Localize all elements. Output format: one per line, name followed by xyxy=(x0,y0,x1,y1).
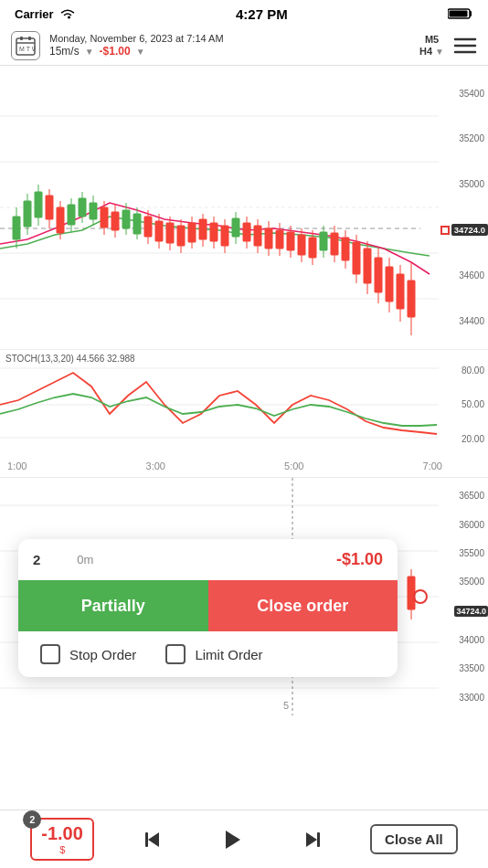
status-bar: Carrier 4:27 PM xyxy=(0,0,488,26)
stoch-level-20: 20.00 xyxy=(439,434,488,444)
svg-rect-39 xyxy=(155,221,163,241)
svg-rect-113 xyxy=(145,832,148,847)
toolbar: M T W Monday, November 6, 2023 at 7:14 A… xyxy=(0,26,488,66)
stoch-label: STOCH(13,3,20) 44.566 32.988 xyxy=(5,354,135,364)
price-badge: 34724.0 xyxy=(451,224,488,236)
stop-order-checkbox[interactable] xyxy=(40,644,60,664)
limit-order-checkbox[interactable] xyxy=(165,644,186,664)
panel-bottom: Stop Order Limit Order xyxy=(18,631,398,677)
toolbar-speed: 15m/s xyxy=(49,45,80,58)
svg-rect-13 xyxy=(13,217,20,239)
svg-rect-69 xyxy=(320,232,327,250)
price-label-34400: 34400 xyxy=(439,316,488,326)
loss-badge-value: -1.00 xyxy=(41,823,83,844)
partially-button[interactable]: Partially xyxy=(18,580,208,631)
price-label-35000: 35000 xyxy=(439,179,488,189)
stoch-svg xyxy=(0,350,439,460)
svg-rect-61 xyxy=(276,230,283,249)
candlestick-chart xyxy=(0,66,439,349)
svg-text:M T W: M T W xyxy=(19,46,36,52)
calendar-icon[interactable]: M T W xyxy=(11,31,40,60)
svg-rect-65 xyxy=(298,235,305,255)
price2-34500: 34000 xyxy=(439,635,488,645)
battery-icon xyxy=(448,7,473,20)
price-label-35200: 35200 xyxy=(439,133,488,143)
svg-rect-53 xyxy=(232,218,239,237)
limit-order-option[interactable]: Limit Order xyxy=(165,644,262,664)
timeframe-top: M5 xyxy=(425,34,439,45)
toolbar-loss: -$1.00 xyxy=(100,45,131,58)
panel-loss: -$1.00 xyxy=(336,550,383,569)
loss-badge: 2 -1.00 $ xyxy=(30,818,94,861)
skip-forward-button[interactable] xyxy=(292,820,332,860)
badge-circle: 2 xyxy=(23,810,41,829)
svg-rect-45 xyxy=(188,223,196,242)
price2-badge: 34724.0 xyxy=(454,606,488,617)
hamburger-menu[interactable] xyxy=(453,37,477,55)
svg-rect-49 xyxy=(210,223,217,241)
panel-buttons: Partially Close order xyxy=(18,580,398,631)
svg-rect-21 xyxy=(57,207,64,233)
stop-order-label: Stop Order xyxy=(69,647,136,662)
limit-order-label: Limit Order xyxy=(195,647,262,662)
play-button[interactable] xyxy=(212,820,252,860)
bottom-bar: 2 -1.00 $ Close All xyxy=(0,810,488,868)
stoch-price-axis: 80.00 50.00 20.00 xyxy=(439,350,488,460)
svg-rect-110 xyxy=(408,577,415,609)
price2-36000: 36000 xyxy=(439,520,488,530)
close-all-button[interactable]: Close All xyxy=(370,824,458,854)
svg-rect-83 xyxy=(397,274,404,309)
time-axis-1: 1:00 3:00 5:00 7:00 xyxy=(0,459,488,477)
speed-chevron: ▼ xyxy=(85,47,94,57)
stoch-level-80: 80.00 xyxy=(439,365,488,376)
svg-rect-63 xyxy=(287,232,294,250)
svg-rect-77 xyxy=(364,249,371,283)
svg-rect-59 xyxy=(265,228,272,249)
svg-rect-55 xyxy=(243,223,250,241)
svg-rect-19 xyxy=(46,196,53,219)
wifi-icon xyxy=(59,7,76,20)
time-label-7: 7:00 xyxy=(423,460,442,475)
price2-36500: 36500 xyxy=(439,491,488,501)
svg-rect-75 xyxy=(353,242,360,274)
time-label-5: 5:00 xyxy=(284,460,303,475)
loss-chevron: ▼ xyxy=(136,47,145,57)
svg-rect-116 xyxy=(317,832,320,847)
overlay-panel: 2 0m -$1.00 Partially Close order Stop O… xyxy=(18,539,398,677)
svg-marker-112 xyxy=(148,832,159,847)
svg-rect-71 xyxy=(331,233,338,255)
svg-marker-114 xyxy=(226,831,240,849)
svg-rect-3 xyxy=(20,37,23,40)
svg-rect-37 xyxy=(144,217,152,237)
panel-top: 2 0m -$1.00 xyxy=(18,539,398,580)
panel-order-num: 2 xyxy=(33,552,40,567)
svg-rect-15 xyxy=(24,201,31,227)
status-time: 4:27 PM xyxy=(236,6,288,22)
svg-rect-35 xyxy=(133,214,141,234)
price-axis-main: 35400 35200 35000 34724.0 34600 34400 xyxy=(439,66,488,349)
svg-rect-57 xyxy=(254,226,261,246)
stoch-level-50: 50.00 xyxy=(439,399,488,409)
timeframe-selector[interactable]: M5 H4 ▼ xyxy=(419,34,444,57)
close-order-button[interactable]: Close order xyxy=(208,580,398,631)
carrier-label: Carrier xyxy=(15,7,54,21)
svg-rect-43 xyxy=(177,226,185,246)
dollar-sign: $ xyxy=(41,844,83,855)
svg-rect-81 xyxy=(386,267,393,302)
skip-back-button[interactable] xyxy=(133,820,174,860)
current-price-circle xyxy=(440,226,450,235)
time-label-1: 1:00 xyxy=(7,460,27,475)
price-label-35400: 35400 xyxy=(439,89,488,99)
svg-rect-73 xyxy=(342,238,349,260)
timeframe-chevron: ▼ xyxy=(435,47,444,57)
svg-rect-51 xyxy=(221,226,228,246)
timeframe-bottom: H4 xyxy=(419,46,432,57)
stop-order-option[interactable]: Stop Order xyxy=(40,644,136,664)
price2-33500: 33000 xyxy=(439,693,488,703)
svg-rect-25 xyxy=(79,198,86,217)
toolbar-date: Monday, November 6, 2023 at 7:14 AM xyxy=(49,33,224,44)
svg-rect-23 xyxy=(68,205,75,225)
svg-marker-115 xyxy=(306,832,317,847)
price2-34000: 33500 xyxy=(439,663,488,673)
svg-rect-85 xyxy=(408,281,415,317)
